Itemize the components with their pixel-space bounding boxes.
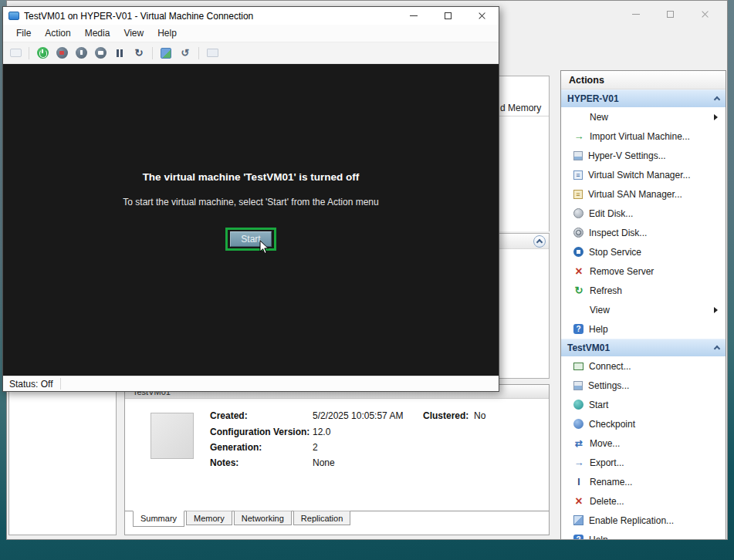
- tab-summary[interactable]: Summary: [133, 511, 184, 527]
- collapse-chevron-icon[interactable]: [714, 346, 720, 352]
- manager-maximize-button[interactable]: [653, 4, 688, 24]
- collapse-chevron-icon[interactable]: [714, 96, 720, 103]
- vm-start-hint: To start the virtual machine, select 'St…: [3, 197, 499, 207]
- action-delete[interactable]: Delete...: [561, 491, 726, 511]
- hyperv-settings-icon: [573, 151, 583, 160]
- action-help-vm[interactable]: Help: [561, 530, 726, 540]
- action-label: Help: [589, 535, 608, 541]
- reset-button[interactable]: [132, 46, 146, 60]
- status-text: Status: Off: [3, 379, 52, 390]
- action-view[interactable]: View: [561, 300, 726, 319]
- checkpoint-icon: [161, 48, 171, 59]
- action-edit-disk[interactable]: Edit Disk...: [561, 204, 726, 223]
- action-virtual-san-manager[interactable]: Virtual SAN Manager...: [561, 184, 726, 204]
- action-remove-server[interactable]: Remove Server: [561, 261, 726, 281]
- action-move[interactable]: Move...: [561, 433, 726, 453]
- action-label: Stop Service: [589, 247, 641, 258]
- action-label: Enable Replication...: [589, 515, 674, 526]
- action-label: Move...: [590, 438, 620, 449]
- action-refresh[interactable]: Refresh: [561, 281, 726, 300]
- help-icon: [573, 324, 583, 334]
- manager-window-controls: [618, 4, 722, 24]
- collapse-checkpoints-button[interactable]: [533, 235, 546, 248]
- power-icon: [37, 47, 49, 59]
- vm-close-button[interactable]: [465, 7, 499, 25]
- action-settings[interactable]: Settings...: [561, 376, 726, 395]
- actions-group-header-testvm01[interactable]: TestVM01: [561, 339, 726, 356]
- export-icon: [573, 457, 584, 468]
- tab-networking[interactable]: Networking: [234, 511, 292, 525]
- menu-help[interactable]: Help: [151, 25, 184, 41]
- start-button-area: Start: [3, 228, 499, 251]
- action-label: Help: [589, 324, 608, 335]
- toolbar-separator: [152, 47, 153, 59]
- configuration-version-value: 12.0: [313, 427, 330, 437]
- ctrl-alt-del-button[interactable]: [8, 46, 22, 60]
- help-icon: [573, 535, 583, 540]
- virtual-san-icon: [573, 190, 583, 199]
- minimize-icon: [632, 14, 640, 15]
- maximize-icon: [445, 12, 452, 19]
- pause-icon: [113, 46, 127, 60]
- turn-off-button[interactable]: [55, 46, 69, 60]
- created-value: 5/2/2025 10:05:57 AM: [313, 410, 403, 421]
- action-enable-replication[interactable]: Enable Replication...: [561, 511, 726, 530]
- edit-disk-icon: [573, 208, 583, 218]
- start-vm-button[interactable]: [36, 46, 49, 60]
- action-help[interactable]: Help: [561, 319, 726, 339]
- enhanced-session-button[interactable]: [205, 46, 219, 60]
- checkpoint-button[interactable]: [159, 46, 173, 60]
- vm-connection-title-bar[interactable]: TestVM01 on HYPER-V01 - Virtual Machine …: [3, 7, 499, 25]
- notes-value: None: [313, 457, 335, 468]
- vm-off-message: The virtual machine 'TestVM01' is turned…: [3, 171, 499, 183]
- window-title: TestVM01 on HYPER-V01 - Virtual Machine …: [24, 11, 397, 22]
- action-connect[interactable]: Connect...: [561, 356, 726, 376]
- start-icon: [573, 400, 583, 410]
- menu-action[interactable]: Action: [38, 25, 77, 41]
- action-inspect-disk[interactable]: Inspect Disk...: [561, 223, 726, 242]
- manager-minimize-button[interactable]: [618, 4, 653, 24]
- navigation-tree-fragment: [8, 390, 117, 535]
- manager-close-button[interactable]: [688, 4, 722, 24]
- actions-group-header-hyperv01[interactable]: HYPER-V01: [561, 89, 726, 107]
- action-label: Checkpoint: [589, 419, 635, 430]
- action-label: Export...: [590, 457, 624, 468]
- assigned-memory-column-header[interactable]: d Memory: [499, 100, 549, 116]
- menu-view[interactable]: View: [117, 25, 151, 41]
- pause-button[interactable]: [113, 46, 127, 60]
- action-start[interactable]: Start: [561, 395, 726, 414]
- action-export[interactable]: Export...: [561, 453, 726, 472]
- action-virtual-switch-manager[interactable]: Virtual Switch Manager...: [561, 165, 726, 184]
- enhanced-session-icon: [207, 49, 218, 57]
- action-stop-service[interactable]: Stop Service: [561, 242, 726, 261]
- action-checkpoint[interactable]: Checkpoint: [561, 414, 726, 433]
- action-label: Virtual Switch Manager...: [588, 170, 691, 180]
- shut-down-button[interactable]: [74, 46, 88, 60]
- checkpoints-fragment: [499, 233, 550, 379]
- save-state-button[interactable]: [93, 46, 107, 60]
- vm-details-panel: TestVM01 Created: 5/2/2025 10:05:57 AM C…: [124, 384, 550, 535]
- rename-icon: [573, 477, 584, 487]
- delete-icon: [573, 496, 584, 507]
- revert-button[interactable]: [178, 46, 192, 60]
- notes-label: Notes:: [210, 457, 238, 468]
- menu-media[interactable]: Media: [78, 25, 117, 41]
- menu-file[interactable]: File: [9, 25, 38, 41]
- vm-thumbnail: [151, 413, 194, 459]
- tab-memory[interactable]: Memory: [186, 511, 232, 525]
- toolbar-separator: [198, 47, 199, 59]
- vm-maximize-button[interactable]: [431, 7, 465, 25]
- action-label: Hyper-V Settings...: [588, 150, 666, 161]
- maximize-icon: [667, 11, 674, 18]
- remove-server-icon: [573, 266, 584, 277]
- action-hyperv-settings[interactable]: Hyper-V Settings...: [561, 146, 726, 165]
- action-label: Edit Disk...: [589, 208, 633, 219]
- submenu-arrow-icon: [714, 114, 718, 120]
- chevron-up-icon: [536, 239, 543, 245]
- tab-replication[interactable]: Replication: [293, 511, 350, 525]
- vm-minimize-button[interactable]: [397, 7, 431, 25]
- action-new[interactable]: New: [561, 107, 726, 127]
- vm-connection-menu-bar: File Action Media View Help: [3, 25, 499, 42]
- action-import-virtual-machine[interactable]: Import Virtual Machine...: [561, 127, 726, 146]
- action-rename[interactable]: Rename...: [561, 472, 726, 491]
